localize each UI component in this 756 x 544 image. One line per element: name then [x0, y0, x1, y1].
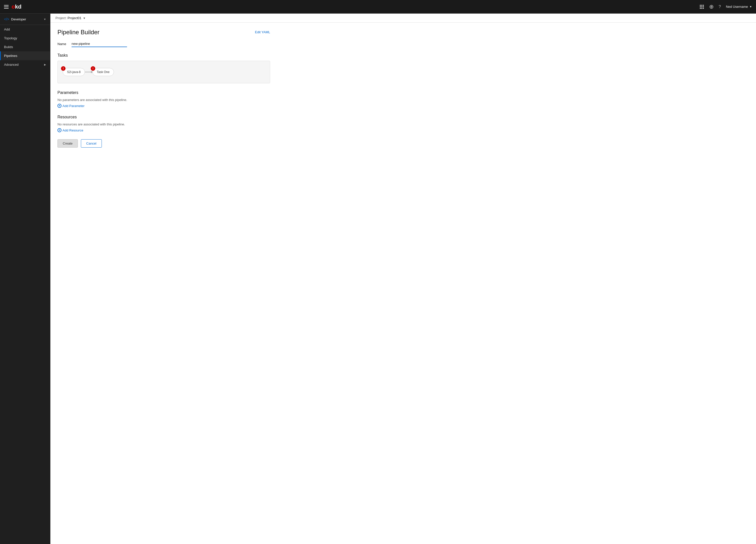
parameters-section: Parameters No parameters are associated … — [57, 90, 270, 108]
task-error-badge-taskone: ! — [91, 66, 95, 71]
tasks-section: Tasks ! S2i-java-8 ! Task One — [57, 53, 270, 83]
grid-icon[interactable] — [700, 5, 704, 9]
add-parameter-plus-icon: + — [57, 104, 61, 108]
task-connector — [85, 72, 92, 72]
developer-icon: </> — [4, 17, 9, 21]
task-node-taskone-label: Task One — [97, 70, 110, 74]
add-icon[interactable]: ⊕ — [709, 4, 714, 10]
pipeline-tasks: ! S2i-java-8 ! Task One — [63, 68, 114, 76]
sidebar-item-topology-label: Topology — [4, 36, 17, 40]
advanced-chevron-icon: ▶ — [44, 63, 46, 66]
svg-rect-7 — [701, 8, 702, 9]
add-resource-plus-icon: + — [57, 128, 61, 132]
button-row: Create Cancel — [57, 139, 270, 148]
sidebar-item-pipelines-label: Pipelines — [4, 54, 17, 58]
topnav-left: okd — [4, 4, 21, 10]
svg-rect-2 — [703, 5, 704, 6]
username: Ned Username — [726, 5, 748, 9]
project-name: Project01 — [68, 16, 81, 20]
sidebar-role[interactable]: </> Developer ▼ — [0, 14, 50, 25]
task-node-s2i-label: S2i-java-8 — [67, 70, 81, 74]
svg-rect-3 — [700, 6, 701, 7]
sidebar-role-label: Developer — [11, 17, 26, 21]
sidebar-item-add[interactable]: Add — [0, 25, 50, 34]
sidebar-item-builds[interactable]: Builds — [0, 43, 50, 51]
hamburger-icon[interactable] — [4, 5, 9, 9]
topnav: okd ⊕ ? Ned Username ▼ — [0, 0, 756, 14]
sidebar-role-chevron: ▼ — [44, 18, 46, 21]
add-parameter-label: Add Parameter — [62, 104, 84, 108]
sidebar: </> Developer ▼ Add Topology Builds Pipe… — [0, 14, 50, 544]
logo-o: o — [12, 4, 15, 10]
task-node-taskone[interactable]: ! Task One — [92, 68, 114, 76]
parameters-no-items: No parameters are associated with this p… — [57, 98, 270, 102]
user-menu-chevron: ▼ — [749, 5, 752, 8]
create-button[interactable]: Create — [57, 139, 78, 148]
logo: okd — [12, 4, 21, 10]
cancel-button[interactable]: Cancel — [81, 139, 102, 148]
main-content: Project: Project01 ▼ Pipeline Builder Ed… — [50, 14, 756, 544]
content-area: Pipeline Builder Edit YAML Name Tasks ! … — [50, 23, 277, 154]
sidebar-item-add-label: Add — [4, 27, 10, 31]
pipeline-name-input[interactable] — [72, 41, 127, 47]
user-menu[interactable]: Ned Username ▼ — [726, 5, 752, 9]
tasks-section-title: Tasks — [57, 53, 270, 58]
sidebar-item-advanced-label: Advanced — [4, 63, 19, 67]
svg-rect-6 — [700, 8, 701, 9]
sidebar-item-builds-label: Builds — [4, 45, 13, 49]
svg-rect-0 — [700, 5, 701, 6]
task-error-badge-s2i: ! — [61, 66, 66, 71]
svg-rect-1 — [701, 5, 702, 6]
resources-section: Resources No resources are associated wi… — [57, 115, 270, 132]
logo-kd: kd — [15, 4, 21, 10]
edit-yaml-link[interactable]: Edit YAML — [255, 30, 270, 34]
tasks-canvas: ! S2i-java-8 ! Task One — [57, 61, 270, 83]
add-resource-link[interactable]: + Add Resource — [57, 128, 270, 132]
project-dropdown-chevron[interactable]: ▼ — [83, 17, 86, 20]
sidebar-item-topology[interactable]: Topology — [0, 34, 50, 43]
add-parameter-link[interactable]: + Add Parameter — [57, 104, 270, 108]
page-title: Pipeline Builder — [57, 29, 100, 36]
project-bar: Project: Project01 ▼ — [50, 14, 756, 23]
project-label: Project: — [55, 16, 67, 20]
resources-title: Resources — [57, 115, 270, 119]
parameters-title: Parameters — [57, 90, 270, 95]
page-header: Pipeline Builder Edit YAML — [57, 29, 270, 36]
name-label: Name — [57, 42, 68, 46]
add-resource-label: Add Resource — [62, 129, 83, 132]
layout: </> Developer ▼ Add Topology Builds Pipe… — [0, 14, 756, 544]
svg-rect-8 — [703, 8, 704, 9]
topnav-right: ⊕ ? Ned Username ▼ — [700, 4, 752, 10]
help-icon[interactable]: ? — [719, 5, 721, 9]
svg-rect-4 — [701, 6, 702, 7]
resources-no-items: No resources are associated with this pi… — [57, 122, 270, 126]
sidebar-item-advanced[interactable]: Advanced ▶ — [0, 60, 50, 69]
svg-rect-5 — [703, 6, 704, 7]
task-node-s2i[interactable]: ! S2i-java-8 — [63, 68, 85, 76]
name-field-row: Name — [57, 41, 270, 47]
sidebar-item-pipelines[interactable]: Pipelines — [0, 51, 50, 60]
